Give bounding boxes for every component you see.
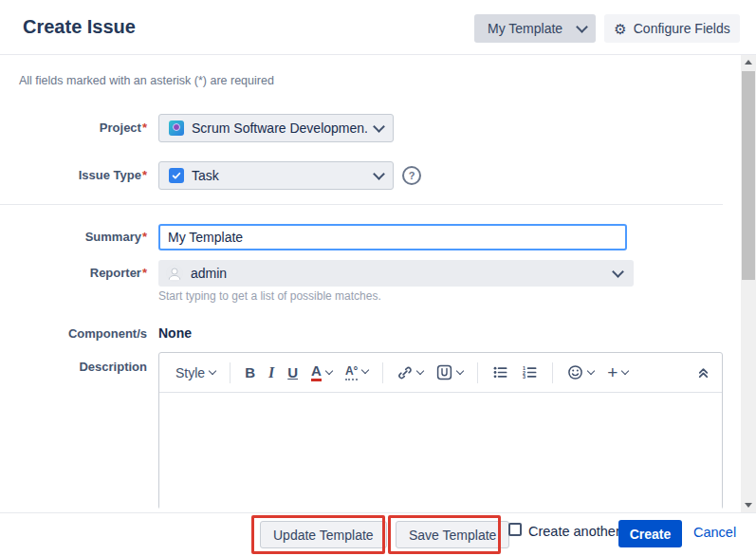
chevron-down-icon — [325, 366, 333, 374]
chevron-down-icon — [456, 366, 464, 374]
summary-label: Summary* — [0, 224, 147, 250]
italic-icon: I — [268, 364, 274, 381]
template-dropdown-button[interactable]: My Template — [474, 14, 596, 43]
configure-fields-label: Configure Fields — [634, 21, 730, 36]
required-asterisk: * — [142, 266, 147, 280]
underline-button[interactable]: U — [283, 361, 303, 384]
project-avatar-icon — [169, 120, 184, 136]
text-effects-dropdown[interactable]: A° — [341, 361, 373, 383]
vertical-scrollbar[interactable] — [741, 55, 756, 512]
chevron-down-icon — [612, 266, 624, 278]
description-editor: Style B I U A A° — [158, 352, 723, 510]
italic-button[interactable]: I — [264, 361, 279, 385]
description-label: Description — [0, 359, 147, 376]
attachment-icon — [436, 364, 452, 380]
project-select-value: Scrum Software Developmen... — [192, 120, 367, 136]
chevron-down-icon — [621, 366, 629, 374]
bullet-list-button[interactable] — [488, 361, 513, 384]
create-another-checkbox[interactable] — [508, 523, 522, 536]
scroll-down-button[interactable] — [741, 498, 756, 512]
toolbar-separator — [230, 362, 230, 383]
summary-input[interactable] — [158, 224, 627, 250]
numbered-list-icon: 123 — [522, 364, 538, 380]
create-issue-dialog: Create Issue My Template ⚙ Configure Fie… — [0, 0, 756, 556]
chevron-down-icon — [361, 366, 369, 374]
dialog-header: Create Issue My Template ⚙ Configure Fie… — [0, 0, 756, 55]
numbered-list-button[interactable]: 123 — [517, 361, 543, 384]
chevron-down-icon — [587, 366, 595, 374]
style-dropdown-label: Style — [175, 365, 205, 380]
required-asterisk: * — [142, 230, 147, 244]
bullet-list-icon — [492, 364, 508, 380]
toolbar-separator — [477, 362, 478, 383]
reporter-select[interactable]: admin — [158, 260, 634, 287]
attach-dropdown[interactable] — [432, 361, 468, 384]
reporter-hint: Start typing to get a list of possible m… — [158, 289, 381, 303]
style-dropdown[interactable]: Style — [171, 361, 220, 384]
reporter-select-value: admin — [191, 266, 606, 281]
scrollbar-thumb[interactable] — [742, 71, 755, 280]
issue-type-select[interactable]: Task — [158, 161, 394, 190]
chevron-down-icon — [373, 120, 385, 133]
chevron-down-icon — [416, 366, 424, 374]
chevron-down-icon — [576, 21, 588, 33]
triangle-down-icon — [745, 503, 752, 508]
plus-icon: + — [607, 363, 618, 381]
section-divider — [0, 204, 723, 205]
underline-icon: U — [287, 364, 298, 380]
editor-toolbar: Style B I U A A° — [159, 353, 722, 393]
issue-type-select-value: Task — [192, 168, 367, 183]
required-fields-notice: All fields marked with an asterisk (*) a… — [19, 74, 274, 87]
emoji-icon — [567, 364, 583, 380]
chevron-down-icon — [209, 366, 216, 374]
project-label: Project* — [0, 114, 147, 142]
project-select[interactable]: Scrum Software Developmen... — [158, 114, 394, 142]
double-chevron-up-icon — [696, 365, 710, 380]
create-button[interactable]: Create — [618, 520, 682, 547]
description-textarea[interactable] — [159, 393, 722, 510]
triangle-up-icon — [745, 60, 752, 65]
link-icon — [397, 365, 413, 380]
scroll-up-button[interactable] — [741, 55, 756, 69]
create-another-label[interactable]: Create another — [528, 524, 620, 539]
template-dropdown-label: My Template — [488, 21, 562, 36]
cancel-link[interactable]: Cancel — [693, 525, 736, 540]
emoji-dropdown[interactable] — [562, 361, 599, 384]
components-label: Component/s — [0, 325, 147, 343]
page-title: Create Issue — [23, 16, 136, 38]
bold-icon: B — [245, 364, 255, 380]
user-avatar-icon — [166, 265, 183, 282]
task-type-icon — [169, 168, 184, 183]
components-value: None — [158, 325, 192, 341]
text-color-icon: A — [311, 363, 322, 381]
help-icon[interactable]: ? — [402, 166, 421, 185]
link-dropdown[interactable] — [393, 361, 428, 384]
update-template-button[interactable]: Update Template — [260, 521, 387, 548]
required-asterisk: * — [142, 168, 147, 182]
chevron-down-icon — [373, 168, 385, 180]
footer-divider — [0, 512, 756, 513]
text-color-dropdown[interactable]: A — [306, 360, 337, 385]
svg-text:3: 3 — [523, 374, 526, 380]
toolbar-separator — [552, 362, 553, 383]
gear-icon: ⚙ — [614, 22, 626, 36]
text-effects-icon: A° — [345, 364, 358, 380]
bold-button[interactable]: B — [240, 361, 260, 384]
save-template-button[interactable]: Save Template — [396, 521, 509, 548]
toolbar-separator — [382, 362, 383, 383]
issue-type-label: Issue Type* — [0, 161, 147, 190]
configure-fields-button[interactable]: ⚙ Configure Fields — [604, 14, 740, 43]
insert-more-dropdown[interactable]: + — [602, 360, 633, 385]
collapse-toolbar-button[interactable] — [696, 365, 710, 380]
required-asterisk: * — [142, 120, 147, 135]
reporter-label: Reporter* — [0, 260, 147, 287]
